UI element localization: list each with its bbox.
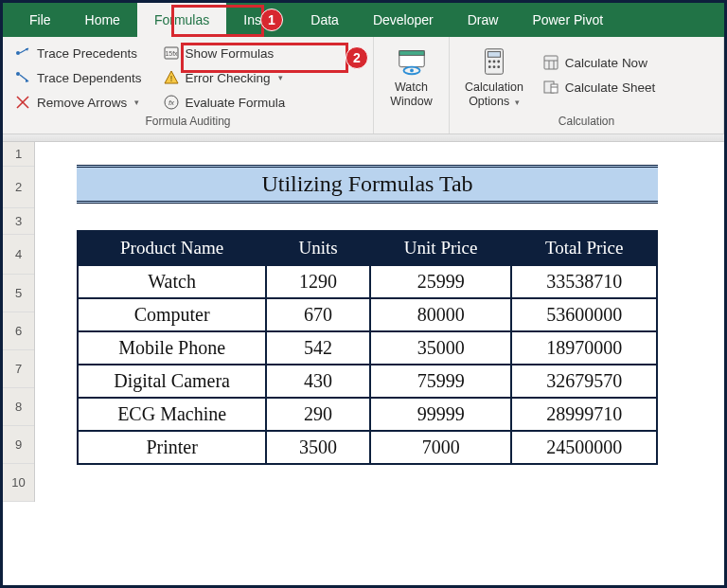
row-header[interactable]: 5 bbox=[3, 275, 34, 312]
cell-total[interactable]: 33538710 bbox=[511, 265, 657, 298]
cell-unit-price[interactable]: 7000 bbox=[370, 431, 511, 464]
svg-text:fx: fx bbox=[168, 98, 174, 107]
svg-point-20 bbox=[488, 61, 491, 63]
cell-units[interactable]: 542 bbox=[266, 331, 370, 365]
trace-dependents-icon bbox=[14, 69, 31, 86]
cell-units[interactable]: 670 bbox=[266, 298, 370, 331]
svg-point-23 bbox=[488, 65, 491, 68]
row-header[interactable]: 4 bbox=[3, 235, 34, 275]
svg-point-22 bbox=[497, 61, 500, 63]
table-row: ECG Machine 290 99999 28999710 bbox=[78, 398, 657, 431]
cell-unit-price[interactable]: 99999 bbox=[370, 398, 511, 431]
svg-point-21 bbox=[493, 61, 496, 63]
row-header[interactable]: 8 bbox=[3, 388, 34, 426]
svg-point-17 bbox=[410, 69, 414, 73]
cell-unit-price[interactable]: 80000 bbox=[370, 298, 511, 331]
trace-precedents-icon bbox=[14, 45, 31, 62]
remove-arrows-label: Remove Arrows bbox=[37, 96, 127, 110]
cell-units[interactable]: 1290 bbox=[266, 265, 370, 298]
row-header[interactable]: 6 bbox=[3, 312, 34, 350]
calculate-sheet-label: Calculate Sheet bbox=[565, 80, 655, 95]
error-checking-button[interactable]: ! Error Checking ▾ bbox=[159, 67, 290, 88]
col-product[interactable]: Product Name bbox=[78, 231, 266, 265]
table-row: Printer 3500 7000 24500000 bbox=[78, 431, 657, 464]
watch-window-label-1: Watch bbox=[395, 80, 428, 94]
svg-text:!: ! bbox=[169, 74, 172, 83]
column-header-strip bbox=[3, 134, 724, 142]
watch-window-label-2: Window bbox=[390, 95, 432, 108]
calculate-now-icon bbox=[542, 54, 559, 71]
svg-text:15fx: 15fx bbox=[165, 50, 178, 57]
cell-total[interactable]: 24500000 bbox=[511, 431, 657, 464]
svg-rect-19 bbox=[488, 52, 500, 58]
cell-product[interactable]: Printer bbox=[78, 431, 266, 464]
trace-dependents-label: Trace Dependents bbox=[37, 71, 142, 85]
cell-unit-price[interactable]: 75999 bbox=[370, 365, 511, 398]
cell-units[interactable]: 430 bbox=[266, 365, 370, 398]
evaluate-formula-label: Evaluate Formula bbox=[186, 96, 286, 110]
svg-point-24 bbox=[493, 65, 496, 68]
worksheet-area[interactable]: Utilizing Formulas Tab Product Name Unit… bbox=[35, 142, 724, 502]
watch-window-icon bbox=[395, 45, 429, 79]
watch-window-button[interactable]: WatchWindow bbox=[382, 41, 439, 113]
tab-powerpivot[interactable]: Power Pivot bbox=[515, 3, 620, 37]
row-header[interactable]: 3 bbox=[3, 208, 34, 235]
calculation-options-button[interactable]: CalculationOptions ▾ bbox=[457, 41, 531, 113]
tab-home[interactable]: Home bbox=[68, 3, 137, 37]
row-header[interactable]: 2 bbox=[3, 167, 34, 208]
calculate-sheet-icon bbox=[542, 79, 559, 96]
calc-options-label-1: Calculation bbox=[465, 80, 523, 94]
cell-total[interactable]: 32679570 bbox=[511, 365, 657, 398]
row-header[interactable]: 9 bbox=[3, 426, 34, 464]
callout-1: 1 bbox=[260, 9, 283, 31]
calculate-now-button[interactable]: Calculate Now bbox=[539, 52, 659, 73]
row-header[interactable]: 10 bbox=[3, 464, 34, 502]
cell-total[interactable]: 28999710 bbox=[511, 398, 657, 431]
table-row: Computer 670 80000 53600000 bbox=[78, 298, 657, 331]
svg-rect-31 bbox=[551, 84, 558, 93]
trace-dependents-button[interactable]: Trace Dependents bbox=[10, 67, 146, 88]
cell-product[interactable]: ECG Machine bbox=[78, 398, 266, 431]
cell-units[interactable]: 3500 bbox=[266, 431, 370, 464]
col-units[interactable]: Units bbox=[266, 231, 370, 265]
cell-total[interactable]: 53600000 bbox=[511, 298, 657, 331]
show-formulas-icon: 15fx bbox=[163, 45, 180, 62]
tab-formulas[interactable]: Formulas bbox=[137, 3, 226, 37]
table-row: Mobile Phone 542 35000 18970000 bbox=[78, 331, 657, 365]
formula-auditing-group-label: Formula Auditing bbox=[10, 113, 365, 132]
calculation-group-label: Calculation bbox=[457, 113, 716, 132]
calculator-icon bbox=[477, 45, 511, 79]
cell-unit-price[interactable]: 35000 bbox=[370, 331, 511, 365]
cell-product[interactable]: Digital Camera bbox=[78, 365, 266, 398]
row-headers: 1 2 3 4 5 6 7 8 9 10 bbox=[3, 142, 35, 502]
page-title: Utilizing Formulas Tab bbox=[77, 165, 658, 204]
tab-file[interactable]: File bbox=[12, 3, 68, 37]
trace-precedents-button[interactable]: Trace Precedents bbox=[10, 43, 146, 63]
evaluate-formula-icon: fx bbox=[163, 94, 180, 111]
tab-draw[interactable]: Draw bbox=[451, 3, 516, 37]
tab-developer[interactable]: Developer bbox=[356, 3, 451, 37]
svg-rect-15 bbox=[399, 51, 423, 56]
row-header[interactable]: 1 bbox=[3, 142, 34, 167]
data-table: Product Name Units Unit Price Total Pric… bbox=[77, 230, 658, 465]
cell-product[interactable]: Mobile Phone bbox=[78, 331, 266, 365]
cell-unit-price[interactable]: 25999 bbox=[370, 265, 511, 298]
cell-total[interactable]: 18970000 bbox=[511, 331, 657, 365]
calculate-sheet-button[interactable]: Calculate Sheet bbox=[539, 77, 659, 98]
tab-data[interactable]: Data bbox=[293, 3, 356, 37]
col-total[interactable]: Total Price bbox=[511, 231, 657, 265]
evaluate-formula-button[interactable]: fx Evaluate Formula bbox=[159, 92, 290, 113]
cell-units[interactable]: 290 bbox=[266, 398, 370, 431]
error-checking-label: Error Checking bbox=[186, 71, 271, 85]
cell-product[interactable]: Computer bbox=[78, 298, 266, 331]
chevron-down-icon: ▾ bbox=[515, 98, 520, 107]
show-formulas-button[interactable]: 15fx Show Formulas bbox=[159, 43, 290, 63]
col-unit-price[interactable]: Unit Price bbox=[370, 231, 511, 265]
error-checking-icon: ! bbox=[163, 69, 180, 86]
row-header[interactable]: 7 bbox=[3, 350, 34, 388]
menu-tab-bar: File Home Formulas Insert Data Developer… bbox=[3, 3, 724, 37]
cell-product[interactable]: Watch bbox=[78, 265, 266, 298]
table-row: Digital Camera 430 75999 32679570 bbox=[78, 365, 657, 398]
calc-options-label-2: Options bbox=[469, 95, 509, 108]
remove-arrows-button[interactable]: Remove Arrows ▾ bbox=[10, 92, 146, 113]
